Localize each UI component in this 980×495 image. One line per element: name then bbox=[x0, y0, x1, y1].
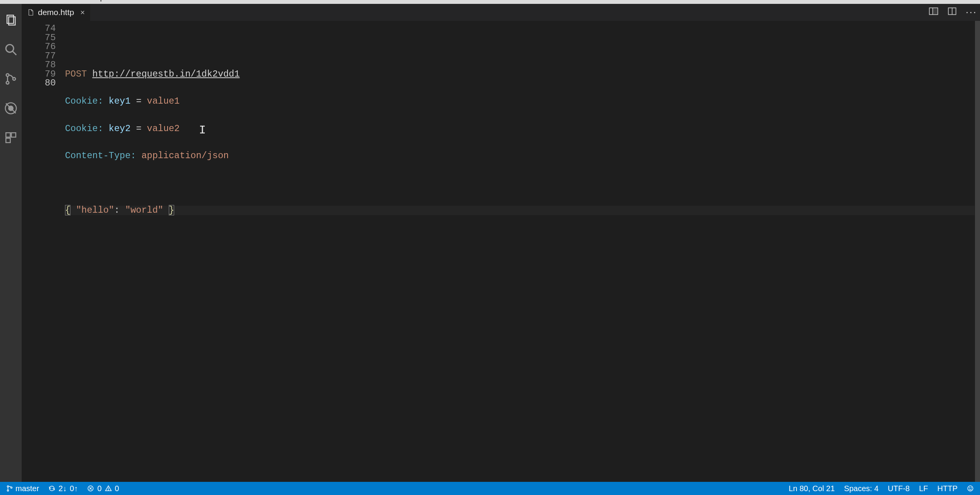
svg-point-28 bbox=[971, 488, 971, 488]
status-branch[interactable]: master bbox=[5, 484, 41, 493]
svg-rect-12 bbox=[6, 138, 10, 142]
svg-point-27 bbox=[969, 488, 970, 488]
status-line-col[interactable]: Ln 80, Col 21 bbox=[787, 484, 836, 493]
code-line[interactable]: Content-Type: application/json bbox=[65, 151, 980, 160]
svg-point-5 bbox=[6, 81, 9, 84]
line-number: 76 bbox=[22, 42, 65, 51]
svg-line-3 bbox=[12, 51, 16, 55]
status-left: master 2↓ 0↑ 0 0 bbox=[5, 484, 121, 493]
svg-line-9 bbox=[6, 103, 16, 113]
tab-demo-http[interactable]: demo.http × bbox=[22, 4, 91, 21]
layout-icon[interactable] bbox=[947, 6, 957, 18]
more-actions-icon[interactable]: ··· bbox=[966, 7, 977, 17]
status-branch-label: master bbox=[15, 484, 39, 493]
code-line[interactable] bbox=[65, 179, 980, 188]
code-line[interactable] bbox=[65, 42, 980, 51]
menu-go[interactable]: Go bbox=[70, 0, 80, 2]
svg-point-18 bbox=[7, 486, 9, 487]
code-line[interactable]: POST http://requestb.in/1dk2vdd1 bbox=[65, 70, 980, 79]
editor-group: demo.http × ··· 74 75 76 77 78 79 bbox=[22, 4, 980, 482]
status-problems[interactable]: 0 0 bbox=[86, 484, 120, 493]
menu-view[interactable]: View bbox=[45, 0, 61, 2]
tab-row: demo.http × ··· bbox=[22, 4, 980, 21]
line-number: 79 bbox=[22, 70, 65, 79]
line-number: 77 bbox=[22, 51, 65, 61]
menu-edit[interactable]: Edit bbox=[22, 0, 36, 2]
status-sync[interactable]: 2↓ 0↑ bbox=[47, 484, 79, 493]
close-icon[interactable]: × bbox=[80, 8, 85, 17]
menu-help[interactable]: Help bbox=[88, 0, 104, 2]
file-icon bbox=[27, 9, 34, 16]
line-number: 74 bbox=[22, 24, 65, 33]
sync-icon bbox=[48, 485, 55, 492]
line-number: 75 bbox=[22, 33, 65, 43]
menu-file[interactable]: File bbox=[2, 0, 14, 2]
svg-rect-11 bbox=[11, 133, 15, 137]
status-spaces[interactable]: Spaces: 4 bbox=[843, 484, 880, 493]
split-editor-icon[interactable] bbox=[929, 6, 939, 18]
search-icon[interactable] bbox=[0, 40, 22, 59]
status-sync-up: 0↑ bbox=[70, 484, 78, 493]
svg-point-25 bbox=[108, 490, 108, 490]
svg-point-26 bbox=[968, 486, 973, 491]
code-line[interactable]: { "hello": "world" } bbox=[65, 206, 975, 215]
debug-icon[interactable] bbox=[0, 99, 22, 118]
status-warnings: 0 bbox=[115, 484, 119, 493]
line-number: 80 bbox=[22, 79, 65, 88]
code-area[interactable]: 74 75 76 77 78 79 80 POST http://request… bbox=[22, 21, 980, 482]
svg-point-19 bbox=[7, 490, 9, 491]
code-content[interactable]: POST http://requestb.in/1dk2vdd1 Cookie:… bbox=[65, 24, 980, 482]
svg-point-2 bbox=[6, 44, 14, 52]
activity-bar bbox=[0, 4, 22, 482]
warning-icon bbox=[105, 485, 112, 492]
smiley-icon bbox=[967, 485, 974, 492]
code-line[interactable]: Cookie: key1 = value1 bbox=[65, 97, 980, 106]
branch-icon bbox=[6, 485, 13, 492]
extensions-icon[interactable] bbox=[0, 128, 22, 147]
svg-rect-15 bbox=[934, 9, 937, 14]
status-bar: master 2↓ 0↑ 0 0 Ln 80, Col 21 Spaces: 4… bbox=[0, 482, 980, 495]
tab-label: demo.http bbox=[38, 8, 74, 17]
scrollbar-thumb[interactable] bbox=[975, 21, 980, 482]
error-icon bbox=[87, 485, 94, 492]
workbench: demo.http × ··· 74 75 76 77 78 79 bbox=[0, 4, 980, 482]
status-eol[interactable]: LF bbox=[917, 484, 929, 493]
editor-actions: ··· bbox=[929, 6, 977, 18]
svg-rect-10 bbox=[6, 133, 10, 137]
line-number: 78 bbox=[22, 60, 65, 70]
vertical-scrollbar[interactable] bbox=[975, 21, 980, 482]
code-line[interactable]: Cookie: key2 = value2 bbox=[65, 124, 980, 133]
status-feedback[interactable] bbox=[965, 485, 975, 492]
svg-point-6 bbox=[13, 77, 15, 80]
explorer-icon[interactable] bbox=[0, 11, 22, 29]
status-language[interactable]: HTTP bbox=[936, 484, 959, 493]
status-sync-down: 2↓ bbox=[58, 484, 67, 493]
status-encoding[interactable]: UTF-8 bbox=[886, 484, 911, 493]
source-control-icon[interactable] bbox=[0, 70, 22, 88]
status-right: Ln 80, Col 21 Spaces: 4 UTF-8 LF HTTP bbox=[787, 484, 975, 493]
line-number-gutter: 74 75 76 77 78 79 80 bbox=[22, 24, 65, 482]
svg-point-4 bbox=[6, 74, 9, 77]
status-errors: 0 bbox=[97, 484, 101, 493]
menu-bar: File Edit View Go Help bbox=[0, 0, 980, 4]
